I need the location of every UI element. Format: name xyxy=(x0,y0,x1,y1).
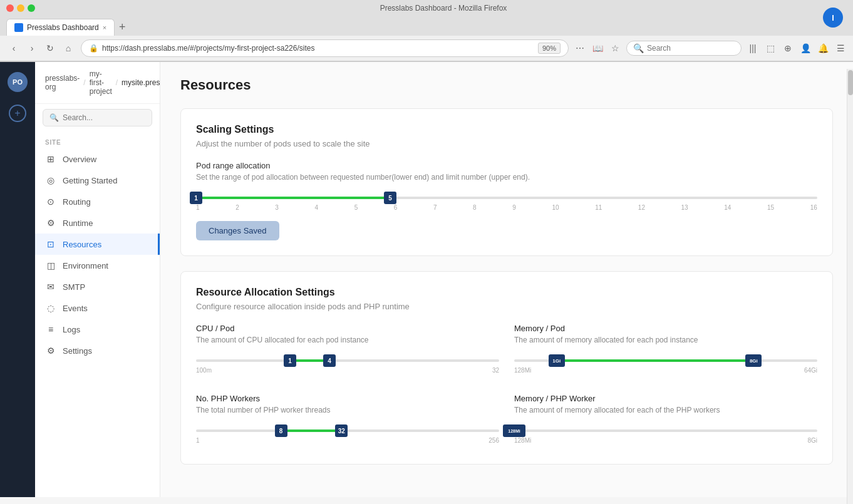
browser-titlebar: Presslabs Dashboard - Mozilla Firefox xyxy=(0,0,853,16)
reload-button[interactable]: ↻ xyxy=(43,41,58,56)
cpu-slider[interactable]: 1 4 100m 32 xyxy=(196,359,499,374)
back-button[interactable]: ‹ xyxy=(6,41,21,56)
user-avatar[interactable]: I xyxy=(823,8,843,28)
browser-right-icons: ||| ⬚ ⊕ 👤 🔔 ☰ xyxy=(747,42,847,54)
menu-icon[interactable]: ☰ xyxy=(834,42,847,54)
zoom-level: 90% xyxy=(538,43,561,54)
cpu-desc: The amount of CPU allocated for each pod… xyxy=(196,336,499,344)
php-workers-tick-min: 1 xyxy=(196,437,200,444)
browser-chrome: Presslabs Dashboard - Mozilla Firefox Pr… xyxy=(0,0,853,62)
cpu-thumb-min[interactable]: 1 xyxy=(284,354,296,367)
minimize-dot[interactable] xyxy=(17,4,24,12)
memory-thumb-min[interactable]: 1Gi xyxy=(549,354,565,367)
add-project-button[interactable]: + xyxy=(9,105,26,122)
php-workers-thumb-max[interactable]: 32 xyxy=(335,424,348,437)
sidebar-search[interactable]: 🔍 xyxy=(43,109,152,126)
memory-thumb-max[interactable]: 8Gi xyxy=(745,354,762,367)
memory-thumb-max-value: 8Gi xyxy=(750,358,758,364)
new-tab-button[interactable]: + xyxy=(115,20,130,35)
sidebar-item-smtp[interactable]: ✉ SMTP xyxy=(35,276,160,297)
sidebar-item-settings[interactable]: ⚙ Settings xyxy=(35,340,160,361)
scrollbar-track[interactable] xyxy=(847,69,853,497)
memory-php-tick-min: 128Mi xyxy=(514,437,531,444)
browser-search-input[interactable] xyxy=(647,44,735,53)
tab-close-button[interactable]: × xyxy=(103,24,106,31)
home-button[interactable]: ⌂ xyxy=(61,41,76,56)
memory-tick-max: 64Gi xyxy=(804,367,817,374)
maximize-dot[interactable] xyxy=(28,4,35,12)
getting-started-icon: ◎ xyxy=(45,175,56,186)
profile-icon[interactable]: 👤 xyxy=(799,42,812,54)
container-icon[interactable]: ⊕ xyxy=(782,42,794,54)
php-workers-thumb-min-value: 8 xyxy=(279,428,283,435)
sidebar-item-routing[interactable]: ⊙ Routing xyxy=(35,191,160,212)
sidebar-item-logs[interactable]: ≡ Logs xyxy=(35,319,160,340)
url-bar[interactable]: 🔒 https://dash.presslabs.me/#/projects/m… xyxy=(81,39,569,57)
memory-pod-slider-group: Memory / Pod The amount of memory alloca… xyxy=(514,324,817,379)
sidebar-narrow: PO + xyxy=(0,62,35,497)
scrollbar-thumb[interactable] xyxy=(848,70,853,95)
sidebar-search-icon: 🔍 xyxy=(49,113,59,122)
url-text: https://dash.presslabs.me/#/projects/my-… xyxy=(102,44,534,53)
resources-icon: ⊡ xyxy=(45,239,56,250)
memory-desc: The amount of memory allocated for each … xyxy=(514,336,817,344)
memory-php-thumb-value: 128Mi xyxy=(508,429,520,433)
memory-php-slider[interactable]: 128Mi 128Mi 8Gi xyxy=(514,429,817,444)
browser-tab[interactable]: Presslabs Dashboard × xyxy=(6,19,115,36)
sidebar-item-label-settings: Settings xyxy=(63,346,92,356)
sidebar-item-label-runtime: Runtime xyxy=(63,219,93,228)
sidebar-item-getting-started[interactable]: ◎ Getting Started xyxy=(35,170,160,191)
reader-mode-icon[interactable]: 📖 xyxy=(591,42,604,54)
sidebar-item-label-environment: Environment xyxy=(63,261,108,270)
php-workers-track: 8 32 xyxy=(196,429,499,432)
thumb-min-value: 1 xyxy=(194,195,198,202)
bookmark-icon[interactable]: ☆ xyxy=(609,42,621,54)
environment-icon: ◫ xyxy=(45,260,56,271)
forward-button[interactable]: › xyxy=(24,41,39,56)
memory-php-label: Memory / PHP Worker xyxy=(514,394,817,403)
cpu-thumb-max[interactable]: 4 xyxy=(323,354,336,367)
cpu-track: 1 4 xyxy=(196,359,499,362)
project-link[interactable]: my-first-project xyxy=(90,69,112,96)
memory-slider[interactable]: 1Gi 8Gi 128Mi 64Gi xyxy=(514,359,817,374)
more-options-icon[interactable]: ⋯ xyxy=(574,42,586,54)
php-workers-label: No. PHP Workers xyxy=(196,394,499,403)
php-workers-thumb-max-value: 32 xyxy=(338,428,345,435)
browser-dots xyxy=(6,4,35,12)
sidebar-item-runtime[interactable]: ⚙ Runtime xyxy=(35,212,160,234)
synced-tabs-icon[interactable]: ⬚ xyxy=(764,42,777,54)
bookmarks-icon[interactable]: ||| xyxy=(747,42,759,54)
php-workers-thumb-min[interactable]: 8 xyxy=(275,424,287,437)
sidebar-item-label-smtp: SMTP xyxy=(63,282,85,292)
php-workers-slider-group: No. PHP Workers The total number of PHP … xyxy=(196,394,499,449)
cpu-pod-slider-group: CPU / Pod The amount of CPU allocated fo… xyxy=(196,324,499,379)
sidebar-item-events[interactable]: ◌ Events xyxy=(35,297,160,319)
overview-icon: ⊞ xyxy=(45,153,56,165)
slider-thumb-pod-min[interactable]: 1 xyxy=(190,192,202,204)
memory-php-tick-max: 8Gi xyxy=(807,437,817,444)
pod-range-slider[interactable]: 1 5 1 2 3 4 5 6 7 8 9 10 11 xyxy=(196,197,817,211)
sidebar-item-resources[interactable]: ⊡ Resources xyxy=(35,234,160,255)
org-link[interactable]: presslabs-org xyxy=(45,74,80,91)
logs-icon: ≡ xyxy=(45,324,56,335)
cpu-tick-min: 100m xyxy=(196,367,212,374)
sidebar-item-label-overview: Overview xyxy=(63,155,96,164)
close-dot[interactable] xyxy=(6,4,14,12)
memory-php-thumb[interactable]: 128Mi xyxy=(503,424,525,437)
main-content: Resources Scaling Settings Adjust the nu… xyxy=(160,62,853,497)
scaling-section: Scaling Settings Adjust the number of po… xyxy=(180,108,833,256)
sidebar-item-environment[interactable]: ◫ Environment xyxy=(35,255,160,276)
slider-thumb-pod-max[interactable]: 5 xyxy=(384,192,396,204)
resource-allocation-title: Resource Allocation Settings xyxy=(196,287,817,298)
browser-search-bar[interactable]: 🔍 xyxy=(626,41,742,56)
php-workers-slider[interactable]: 8 32 1 256 xyxy=(196,429,499,444)
notifications-icon[interactable]: 🔔 xyxy=(817,42,829,54)
events-icon: ◌ xyxy=(45,302,56,314)
memory-tick-min: 128Mi xyxy=(514,367,531,374)
breadcrumb-sep-2: / xyxy=(116,78,118,87)
sidebar-search-input[interactable] xyxy=(63,113,157,122)
browser-toolbar: ‹ › ↻ ⌂ 🔒 https://dash.presslabs.me/#/pr… xyxy=(0,36,853,61)
changes-saved-button[interactable]: Changes Saved xyxy=(196,221,279,240)
org-avatar[interactable]: PO xyxy=(8,72,28,92)
sidebar-item-overview[interactable]: ⊞ Overview xyxy=(35,148,160,170)
